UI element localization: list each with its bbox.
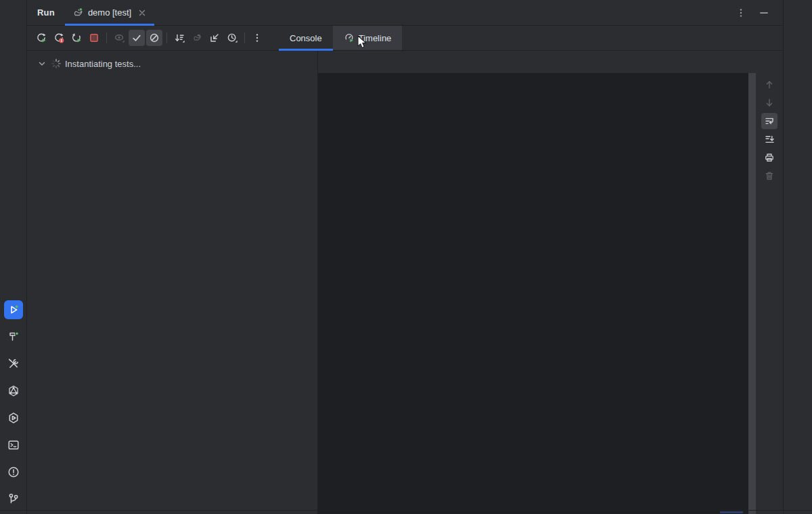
run-titlebar: Run demo [test]	[27, 0, 783, 26]
clear-trash-icon[interactable]	[761, 168, 777, 184]
console-viewport-column	[318, 51, 748, 514]
view-tabs: Console Timeline	[279, 26, 402, 50]
print-icon[interactable]	[761, 149, 777, 166]
build-hammer-icon	[7, 330, 20, 344]
more-vertical-icon[interactable]	[733, 5, 749, 21]
terminal-icon	[7, 438, 20, 452]
services-icon	[7, 411, 20, 425]
run-panel: Run demo [test]	[27, 0, 784, 514]
sidebar-item-structure[interactable]	[4, 381, 23, 400]
console-gutter-toolbar	[756, 51, 783, 514]
console-scrollbar-column	[748, 51, 756, 514]
editor-edge-strip	[784, 0, 812, 514]
minimize-icon[interactable]	[756, 5, 772, 21]
run-play-icon	[7, 303, 20, 317]
git-branch-icon	[7, 492, 20, 506]
timeline-gauge-icon	[344, 32, 355, 43]
sort-tests-icon[interactable]	[171, 30, 187, 46]
rerun-icon[interactable]	[33, 30, 49, 46]
titlebar-actions	[733, 5, 773, 21]
toolbar-separator	[166, 32, 167, 43]
tree-item-label: Instantiating tests...	[65, 59, 141, 69]
toolbar-separator	[244, 32, 245, 43]
test-history-clock-icon[interactable]	[224, 30, 240, 46]
soft-wrap-icon[interactable]	[761, 113, 777, 129]
sidebar-item-version-control[interactable]	[4, 490, 23, 509]
sidebar-item-tools[interactable]	[4, 354, 23, 373]
tab-label: demo [test]	[88, 7, 131, 18]
sidebar-item-build[interactable]	[4, 327, 23, 346]
run-tool-window: Run demo [test]	[0, 0, 812, 514]
tab-demo-test[interactable]: demo [test]	[65, 0, 154, 25]
sidebar-item-run[interactable]	[4, 300, 23, 319]
scroll-to-end-icon[interactable]	[761, 131, 777, 147]
console-top-gap	[318, 51, 748, 73]
gradle-icon[interactable]	[189, 30, 205, 46]
tab-console[interactable]: Console	[279, 26, 333, 50]
sidebar-item-services[interactable]	[4, 408, 23, 427]
stop-icon[interactable]	[86, 30, 102, 46]
statusbar-progress-sliver	[720, 511, 743, 513]
scrollbar-top-gap	[748, 51, 756, 73]
crossed-tools-icon	[7, 357, 20, 371]
problems-icon	[7, 465, 20, 479]
gradle-icon	[72, 7, 84, 18]
tab-console-label: Console	[290, 33, 322, 43]
rerun-auto-icon[interactable]	[68, 30, 85, 46]
eye-options-icon[interactable]	[111, 30, 127, 46]
left-toolwindow-stripe	[0, 0, 27, 514]
hexagon-triangle-icon	[7, 384, 20, 398]
show-ignored-circle-slash-icon[interactable]	[146, 30, 162, 46]
spinner-icon	[51, 58, 62, 69]
navigate-into-icon[interactable]	[206, 30, 223, 46]
run-content: Instantiating tests...	[27, 51, 783, 514]
show-passed-check-icon[interactable]	[129, 30, 145, 46]
tree-row-instantiating[interactable]: Instantiating tests...	[37, 55, 317, 72]
run-toolbar: Console Timeline	[27, 26, 783, 51]
close-icon[interactable]	[137, 7, 148, 18]
console-area	[318, 51, 783, 514]
more-vertical-icon[interactable]	[249, 30, 265, 46]
tab-timeline[interactable]: Timeline	[333, 26, 403, 50]
scrollbar-thumb[interactable]	[748, 73, 756, 514]
panel-title: Run	[37, 7, 55, 18]
tab-timeline-label: Timeline	[359, 33, 392, 43]
active-tab-underline	[65, 24, 154, 26]
arrow-down-icon[interactable]	[761, 95, 777, 111]
test-tree-panel: Instantiating tests...	[27, 51, 318, 514]
chevron-down-icon[interactable]	[37, 58, 47, 69]
sidebar-item-problems[interactable]	[4, 463, 23, 482]
console-output[interactable]	[318, 73, 748, 514]
arrow-up-icon[interactable]	[761, 76, 777, 93]
rerun-failed-tests-icon[interactable]	[51, 30, 67, 46]
selected-tab-underline	[279, 49, 333, 51]
sidebar-item-terminal[interactable]	[4, 436, 23, 454]
statusbar-top-border	[0, 510, 812, 511]
toolbar-separator	[106, 32, 107, 43]
